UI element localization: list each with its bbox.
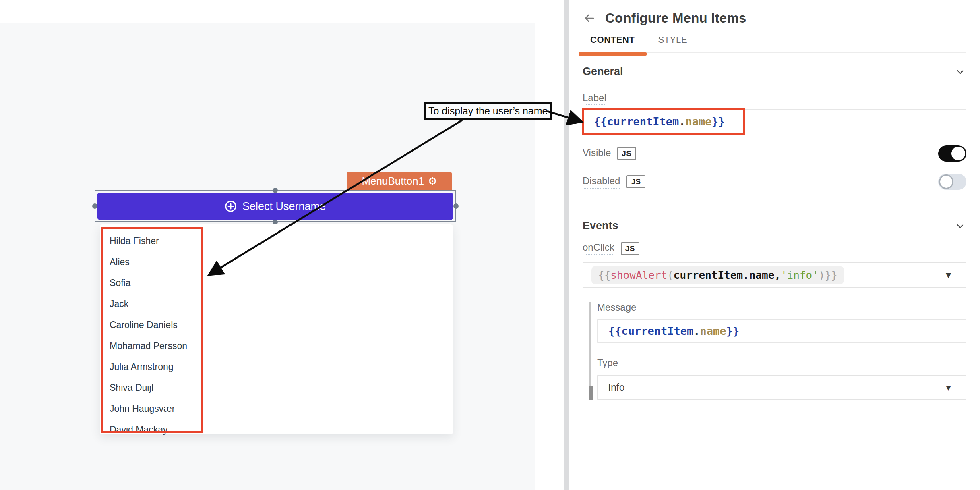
widget-name-badge[interactable]: MenuButton1 ⚙ [347, 172, 452, 190]
code-ident: currentItem [607, 115, 679, 128]
visible-toggle[interactable] [938, 145, 966, 162]
code-close-brace: }} [726, 325, 740, 337]
chip-comma: , [774, 269, 781, 281]
list-item[interactable]: Julia Armstrong [110, 356, 453, 377]
chip-rparen: ) [819, 269, 825, 281]
code-ident: currentItem [622, 325, 694, 337]
list-item[interactable]: Jack [110, 293, 453, 314]
panel-header: Configure Menu Items [583, 10, 966, 26]
list-item[interactable]: Shiva Duijf [110, 377, 453, 398]
resize-handle-right[interactable] [453, 203, 459, 209]
list-item[interactable]: Hilda Fisher [110, 230, 453, 251]
disabled-label: Disabled [583, 175, 620, 189]
visible-label: Visible [583, 147, 611, 160]
gear-icon[interactable]: ⚙ [428, 176, 437, 186]
visible-js-toggle-button[interactable]: JS [617, 147, 636, 160]
code-prop: name [700, 325, 726, 337]
arrow-left-icon [583, 12, 595, 24]
chip-string: 'info' [781, 269, 819, 281]
label-input[interactable]: {{currentItem.name}} [583, 109, 966, 133]
disabled-row: Disabled JS [583, 174, 966, 190]
menu-items-list: Hilda FisherAliesSofiaJackCaroline Danie… [100, 224, 453, 440]
chip-close: }} [825, 269, 837, 281]
general-section-header[interactable]: General [583, 65, 966, 78]
toggle-knob [951, 147, 965, 160]
list-item[interactable]: Caroline Daniels [110, 314, 453, 335]
code-dot: . [679, 115, 685, 128]
chip-args: currentItem.name [674, 269, 774, 281]
chevron-down-icon[interactable] [954, 220, 966, 232]
list-item[interactable]: Mohamad Persson [110, 335, 453, 356]
back-button[interactable] [583, 11, 596, 25]
events-section-title: Events [583, 220, 618, 232]
onclick-code-chip: {{showAlert(currentItem.name,'info')}} [591, 266, 844, 284]
onclick-js-toggle-button[interactable]: JS [621, 242, 639, 255]
canvas-area: MenuButton1 ⚙ Select Username Hilda Fish… [0, 0, 535, 490]
onclick-action-dropdown[interactable]: {{showAlert(currentItem.name,'info')}} ▼ [583, 262, 966, 288]
code-close-brace: }} [712, 115, 725, 128]
disabled-toggle[interactable] [938, 174, 966, 190]
message-input[interactable]: {{currentItem.name}} [597, 319, 966, 343]
onclick-nested-options: Message {{currentItem.name}} Type Info ▼ [589, 302, 966, 400]
type-label: Type [597, 357, 618, 368]
chip-fn: showAlert [610, 269, 667, 281]
events-section-header[interactable]: Events [583, 220, 966, 232]
widget-name-label: MenuButton1 [362, 175, 424, 187]
dropdown-caret-icon: ▼ [946, 384, 951, 392]
menu-dropdown-panel: Hilda FisherAliesSofiaJackCaroline Danie… [100, 224, 453, 434]
configure-menu-items-panel: Configure Menu Items CONTENT STYLE Gener… [569, 0, 980, 490]
menu-button-label: Select Username [242, 200, 326, 213]
annotation-note-text: To display the user’s name [428, 105, 548, 117]
plus-circle-icon [225, 200, 237, 212]
tab-style-label: STYLE [658, 35, 688, 45]
panel-title: Configure Menu Items [605, 10, 746, 26]
disabled-js-toggle-button[interactable]: JS [626, 175, 645, 188]
panel-divider-scrollbar[interactable] [564, 0, 569, 490]
annotation-note-box: To display the user’s name [424, 102, 552, 120]
onclick-label: onClick [583, 242, 614, 255]
type-select-value: Info [608, 382, 625, 393]
list-item[interactable]: John Haugsvær [110, 398, 453, 419]
toggle-knob [939, 174, 953, 189]
dropdown-caret-icon: ▼ [946, 271, 951, 279]
chip-open: {{ [598, 269, 610, 281]
list-item[interactable]: David Mackay [110, 419, 453, 440]
tab-content[interactable]: CONTENT [590, 35, 635, 52]
menu-button-widget[interactable]: Select Username [97, 193, 453, 220]
label-field-label: Label [583, 92, 606, 105]
section-separator [583, 208, 966, 208]
code-open-brace: {{ [594, 115, 607, 128]
list-item[interactable]: Alies [110, 251, 453, 272]
general-section-title: General [583, 65, 623, 78]
code-prop: name [686, 115, 712, 128]
message-label: Message [597, 302, 636, 313]
code-open-brace: {{ [608, 325, 622, 337]
list-item[interactable]: Sofia [110, 272, 453, 293]
code-dot: . [693, 325, 700, 337]
chevron-down-icon[interactable] [954, 66, 966, 78]
active-tab-indicator [579, 52, 647, 56]
tab-style[interactable]: STYLE [658, 35, 688, 52]
visible-row: Visible JS [583, 145, 966, 162]
tab-bar: CONTENT STYLE [583, 35, 966, 53]
chip-lparen: ( [667, 269, 674, 281]
tab-content-label: CONTENT [590, 35, 635, 45]
type-select[interactable]: Info ▼ [597, 375, 966, 400]
